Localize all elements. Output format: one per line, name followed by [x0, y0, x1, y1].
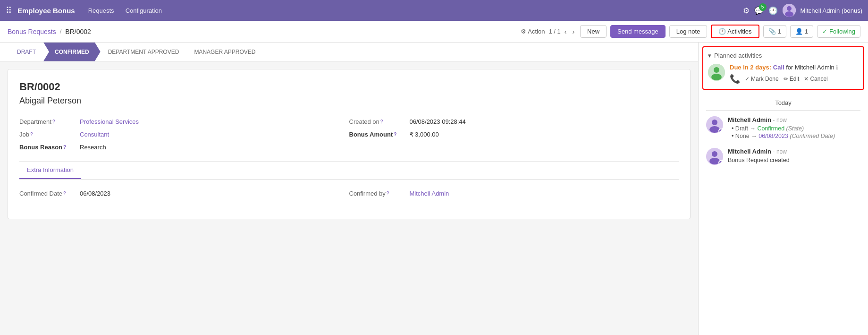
form-area: DRAFT CONFIRMED DEPARTMENT APPROVED MANA…: [0, 43, 698, 335]
confirmed-by-value[interactable]: Mitchell Admin: [410, 190, 449, 197]
top-navigation: ⠿ Employee Bonus Requests Configuration …: [0, 0, 868, 21]
messages-badge: 5: [759, 3, 767, 11]
bonus-amount-value: ₹ 3,000.00: [410, 131, 439, 138]
today-label: Today: [706, 99, 860, 111]
user-name[interactable]: Mitchell Admin (bonus): [801, 7, 863, 14]
svg-point-2: [785, 11, 793, 17]
followers-button[interactable]: 👤 1: [790, 25, 813, 38]
extra-right: Confirmed by? Mitchell Admin: [349, 187, 679, 200]
chatter-avatar-1: [706, 116, 723, 133]
bonus-reason-field: Bonus Reason? Research: [19, 141, 349, 154]
follower-count: 1: [805, 28, 808, 35]
following-button[interactable]: ✓ Following: [817, 25, 860, 38]
svg-point-10: [712, 151, 717, 157]
clock-activities-icon: 🕐: [718, 28, 726, 35]
nav-requests[interactable]: Requests: [84, 5, 118, 16]
confirmed-by-field: Confirmed by? Mitchell Admin: [349, 187, 679, 200]
next-page-button[interactable]: ›: [570, 27, 576, 36]
department-value[interactable]: Professional Services: [80, 118, 139, 125]
person-icon: 👤: [795, 28, 803, 35]
bonus-reason-label: Bonus Reason?: [19, 144, 76, 151]
job-field: Job? Consultant: [19, 128, 349, 141]
status-confirmed[interactable]: CONFIRMED: [43, 43, 101, 61]
pencil-icon: ✏: [784, 76, 788, 82]
following-label: Following: [829, 28, 855, 35]
log-note-button[interactable]: Log note: [669, 25, 708, 38]
status-mgr-approved[interactable]: MANAGER APPROVED: [186, 43, 263, 61]
svg-point-4: [714, 67, 719, 73]
action-label: ⚙ Action: [521, 28, 545, 35]
attachment-button[interactable]: 📎 1: [763, 25, 786, 38]
status-dept-approved[interactable]: DEPARTMENT APPROVED: [101, 43, 187, 61]
user-avatar[interactable]: [783, 4, 796, 17]
chatter-avatar-2: [706, 148, 723, 165]
activity-type: Call: [773, 64, 784, 71]
job-value[interactable]: Consultant: [80, 131, 109, 138]
confirmed-date-label: Confirmed Date?: [19, 190, 76, 197]
confirmed-date-value: 06/08/2023: [80, 190, 110, 197]
chatter-header-2: Mitchell Admin - now: [728, 148, 860, 155]
breadcrumb-current: BR/0002: [65, 28, 91, 35]
confirmed-date-field: Confirmed Date? 06/08/2023: [19, 187, 349, 200]
status-draft[interactable]: DRAFT: [9, 43, 43, 61]
planned-activities-header: ▾ Planned activities: [708, 52, 859, 59]
created-on-label: Created on?: [349, 118, 406, 125]
activity-item: Due in 2 days: Call for Mitchell Admin ℹ…: [708, 64, 859, 84]
breadcrumb-actions: ⚙ Action 1 / 1 ‹ › New Send message Log …: [521, 25, 860, 38]
form-grid: Department? Professional Services Job? C…: [19, 115, 679, 154]
breadcrumb-separator: /: [60, 28, 62, 35]
chatter-message-2: Bonus Request created: [728, 157, 790, 163]
send-message-button[interactable]: Send message: [610, 25, 666, 38]
chatter-entry-1: Mitchell Admin - now • Draft → Confirmed…: [706, 116, 860, 140]
paperclip-icon: 📎: [768, 28, 776, 35]
extra-info-grid: Confirmed Date? 06/08/2023 Confirmed by?…: [19, 187, 679, 200]
today-section: Today Mitchell Admin - now • Draft →: [699, 94, 868, 178]
extra-left: Confirmed Date? 06/08/2023: [19, 187, 349, 200]
chatter-body-1: Mitchell Admin - now • Draft → Confirmed…: [728, 116, 860, 140]
edit-activity-button[interactable]: ✏ Edit: [784, 74, 800, 84]
department-field: Department? Professional Services: [19, 115, 349, 128]
breadcrumb-parent[interactable]: Bonus Requests: [8, 28, 56, 35]
form-card: BR/0002 Abigail Peterson Department? Pro…: [8, 69, 691, 219]
job-label: Job?: [19, 131, 76, 138]
info-icon: ℹ: [836, 64, 838, 71]
messages-icon[interactable]: 💬 5: [754, 6, 764, 15]
chatter-author-2: Mitchell Admin: [728, 148, 771, 155]
svg-point-7: [712, 120, 717, 125]
bonus-amount-field: Bonus Amount? ₹ 3,000.00: [349, 128, 679, 141]
activity-content: Due in 2 days: Call for Mitchell Admin ℹ…: [730, 64, 838, 84]
department-label: Department?: [19, 118, 76, 125]
created-on-value: 06/08/2023 09:28:44: [410, 118, 466, 125]
settings-icon[interactable]: ⚙: [743, 6, 750, 15]
record-id: BR/0002: [19, 81, 679, 93]
chatter-body-2: Mitchell Admin - now Bonus Request creat…: [728, 148, 860, 165]
prev-page-button[interactable]: ‹: [563, 27, 569, 36]
nav-configuration[interactable]: Configuration: [122, 5, 166, 16]
x-icon: ✕: [804, 76, 809, 82]
chatter-time-2: - now: [773, 148, 787, 155]
clock-icon[interactable]: 🕐: [768, 6, 778, 15]
tabs-section: Extra Information Confirmed Date? 06/08/…: [19, 161, 679, 207]
created-on-field: Created on? 06/08/2023 09:28:44: [349, 115, 679, 128]
tab-extra-information[interactable]: Extra Information: [19, 162, 81, 179]
bonus-amount-label: Bonus Amount?: [349, 131, 406, 138]
activities-button[interactable]: 🕐 Activities: [711, 25, 759, 38]
right-fields: Created on? 06/08/2023 09:28:44 Bonus Am…: [349, 115, 679, 154]
svg-point-5: [711, 74, 722, 80]
chatter-time-1: - now: [773, 117, 787, 123]
page-navigation: 1 / 1 ‹ ›: [548, 27, 576, 36]
chatter-change-state: • Draft → Confirmed (State): [732, 125, 860, 132]
record-employee-name: Abigail Peterson: [19, 96, 679, 106]
chatter-change-date: • None → 06/08/2023 (Confirmed Date): [732, 133, 860, 139]
activity-due: Due in 2 days: Call for Mitchell Admin ℹ: [730, 64, 838, 71]
app-title: Employee Bonus: [17, 7, 75, 15]
apps-icon[interactable]: ⠿: [6, 5, 12, 16]
check-icon: ✓: [745, 76, 750, 82]
activity-avatar: [708, 64, 725, 81]
attachment-count: 1: [778, 28, 781, 35]
mark-done-button[interactable]: ✓ Mark Done: [745, 74, 779, 84]
online-dot-2: [718, 160, 723, 165]
cancel-activity-button[interactable]: ✕ Cancel: [804, 74, 827, 84]
new-button[interactable]: New: [580, 25, 607, 38]
left-fields: Department? Professional Services Job? C…: [19, 115, 349, 154]
